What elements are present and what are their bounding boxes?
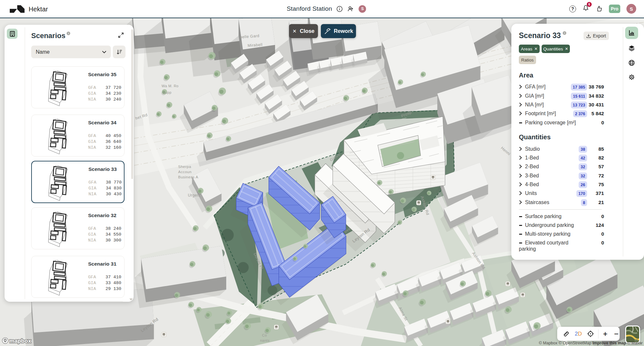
svg-text:mapbox: mapbox — [9, 338, 31, 344]
svg-text:Co: Co — [262, 333, 267, 337]
svg-text:nants: nants — [260, 339, 269, 342]
svg-text:Sherpa: Sherpa — [178, 165, 191, 169]
svg-text:Supp: Supp — [163, 90, 172, 94]
svg-text:Urgent: Urgent — [188, 193, 201, 198]
svg-text:Business A: Business A — [178, 175, 198, 179]
svg-text:Accoun: Accoun — [178, 170, 191, 174]
svg-text:Wa M. Ro: Wa M. Ro — [162, 84, 179, 88]
